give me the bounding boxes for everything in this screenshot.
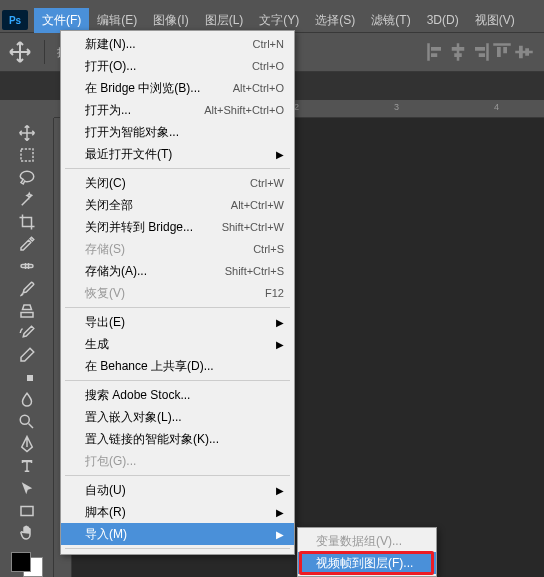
menu-item-label: 存储(S) (85, 241, 125, 258)
menu-item[interactable]: 关闭全部Alt+Ctrl+W (61, 194, 294, 216)
menu-item[interactable]: 存储为(A)...Shift+Ctrl+S (61, 260, 294, 282)
align-top-icon[interactable] (492, 42, 512, 62)
magic-wand-tool[interactable] (13, 190, 41, 210)
menu-item[interactable]: 最近打开文件(T)▶ (61, 143, 294, 165)
menu-view[interactable]: 视图(V) (467, 8, 523, 33)
svg-rect-2 (431, 53, 437, 57)
svg-rect-0 (427, 43, 430, 61)
menu-item[interactable]: 脚本(R)▶ (61, 501, 294, 523)
gradient-tool[interactable] (13, 367, 41, 387)
menu-file[interactable]: 文件(F) (34, 8, 89, 33)
svg-rect-16 (21, 265, 33, 268)
svg-point-19 (20, 415, 29, 424)
menu-separator (65, 307, 290, 308)
menu-item-shortcut: Alt+Ctrl+W (231, 199, 284, 211)
hand-tool[interactable] (13, 523, 41, 543)
file-menu-dropdown: 新建(N)...Ctrl+N打开(O)...Ctrl+O在 Bridge 中浏览… (60, 30, 295, 555)
align-middle-v-icon[interactable] (514, 42, 534, 62)
pen-tool[interactable] (13, 434, 41, 454)
svg-rect-11 (503, 47, 507, 53)
menu-item[interactable]: 打开为智能对象... (61, 121, 294, 143)
menu-item-shortcut: Shift+Ctrl+W (222, 221, 284, 233)
menu-item[interactable]: 置入链接的智能对象(K)... (61, 428, 294, 450)
move-tool[interactable] (13, 123, 41, 143)
menu-item-label: 在 Behance 上共享(D)... (85, 358, 214, 375)
menu-3d[interactable]: 3D(D) (419, 9, 467, 31)
menu-item-label: 打开为... (85, 102, 131, 119)
menu-type[interactable]: 文字(Y) (251, 8, 307, 33)
menu-filter[interactable]: 滤镜(T) (363, 8, 418, 33)
menu-item[interactable]: 打开(O)...Ctrl+O (61, 55, 294, 77)
menu-item[interactable]: 导出(E)▶ (61, 311, 294, 333)
svg-rect-13 (519, 46, 523, 59)
dodge-tool[interactable] (13, 412, 41, 432)
submenu-item-label: 视频帧到图层(F)... (316, 555, 413, 572)
menu-item[interactable]: 搜索 Adobe Stock... (61, 384, 294, 406)
menu-edit[interactable]: 编辑(E) (89, 8, 145, 33)
menu-item-shortcut: Ctrl+S (253, 243, 284, 255)
menu-item[interactable]: 新建(N)...Ctrl+N (61, 33, 294, 55)
submenu-arrow-icon: ▶ (276, 507, 284, 518)
svg-rect-20 (21, 506, 33, 515)
submenu-arrow-icon: ▶ (276, 529, 284, 540)
menu-layer[interactable]: 图层(L) (197, 8, 252, 33)
svg-rect-12 (515, 51, 533, 54)
svg-rect-8 (479, 53, 485, 57)
eyedropper-tool[interactable] (13, 234, 41, 254)
menu-image[interactable]: 图像(I) (145, 8, 196, 33)
svg-rect-3 (457, 43, 460, 61)
menu-item[interactable]: 置入嵌入对象(L)... (61, 406, 294, 428)
menu-item-shortcut: Ctrl+O (252, 60, 284, 72)
svg-rect-14 (525, 48, 529, 56)
menu-item-label: 打开为智能对象... (85, 124, 179, 141)
foreground-color-swatch[interactable] (11, 552, 31, 572)
submenu-arrow-icon: ▶ (276, 317, 284, 328)
type-tool[interactable] (13, 456, 41, 476)
import-submenu: 变量数据组(V)...视频帧到图层(F)... (297, 527, 437, 577)
menu-item[interactable]: 生成▶ (61, 333, 294, 355)
menu-item[interactable]: 在 Behance 上共享(D)... (61, 355, 294, 377)
menu-item-label: 导出(E) (85, 314, 125, 331)
healing-brush-tool[interactable] (13, 256, 41, 276)
crop-tool[interactable] (13, 212, 41, 232)
marquee-tool[interactable] (13, 145, 41, 165)
svg-rect-18 (21, 375, 27, 381)
menu-item-label: 存储为(A)... (85, 263, 147, 280)
blur-tool[interactable] (13, 390, 41, 410)
align-left-icon[interactable] (426, 42, 446, 62)
rectangle-tool[interactable] (13, 501, 41, 521)
menubar: Ps 文件(F) 编辑(E) 图像(I) 图层(L) 文字(Y) 选择(S) 滤… (0, 8, 544, 32)
svg-rect-10 (497, 47, 501, 57)
menu-item[interactable]: 关闭(C)Ctrl+W (61, 172, 294, 194)
menu-item[interactable]: 打开为...Alt+Shift+Ctrl+O (61, 99, 294, 121)
menu-item-label: 自动(U) (85, 482, 126, 499)
move-tool-icon (8, 40, 32, 64)
svg-rect-15 (21, 149, 33, 161)
brush-tool[interactable] (13, 279, 41, 299)
menu-item: 打包(G)... (61, 450, 294, 472)
history-brush-tool[interactable] (13, 323, 41, 343)
color-swatches[interactable] (11, 552, 43, 577)
path-selection-tool[interactable] (13, 479, 41, 499)
menu-item[interactable]: 导入(M)▶ (61, 523, 294, 545)
menu-item-shortcut: F12 (265, 287, 284, 299)
menu-separator (65, 475, 290, 476)
align-center-h-icon[interactable] (448, 42, 468, 62)
menu-select[interactable]: 选择(S) (307, 8, 363, 33)
submenu-item[interactable]: 视频帧到图层(F)... (298, 552, 436, 574)
menu-item[interactable]: 自动(U)▶ (61, 479, 294, 501)
submenu-arrow-icon: ▶ (276, 339, 284, 350)
clone-stamp-tool[interactable] (13, 301, 41, 321)
menu-item-label: 脚本(R) (85, 504, 126, 521)
menu-item-label: 恢复(V) (85, 285, 125, 302)
submenu-item-label: 变量数据组(V)... (316, 533, 402, 550)
svg-rect-7 (475, 47, 485, 51)
menu-item[interactable]: 关闭并转到 Bridge...Shift+Ctrl+W (61, 216, 294, 238)
menu-item-label: 在 Bridge 中浏览(B)... (85, 80, 200, 97)
lasso-tool[interactable] (13, 167, 41, 187)
menu-item-label: 打包(G)... (85, 453, 136, 470)
menu-item[interactable]: 在 Bridge 中浏览(B)...Alt+Ctrl+O (61, 77, 294, 99)
align-right-icon[interactable] (470, 42, 490, 62)
eraser-tool[interactable] (13, 345, 41, 365)
menu-item-label: 最近打开文件(T) (85, 146, 172, 163)
